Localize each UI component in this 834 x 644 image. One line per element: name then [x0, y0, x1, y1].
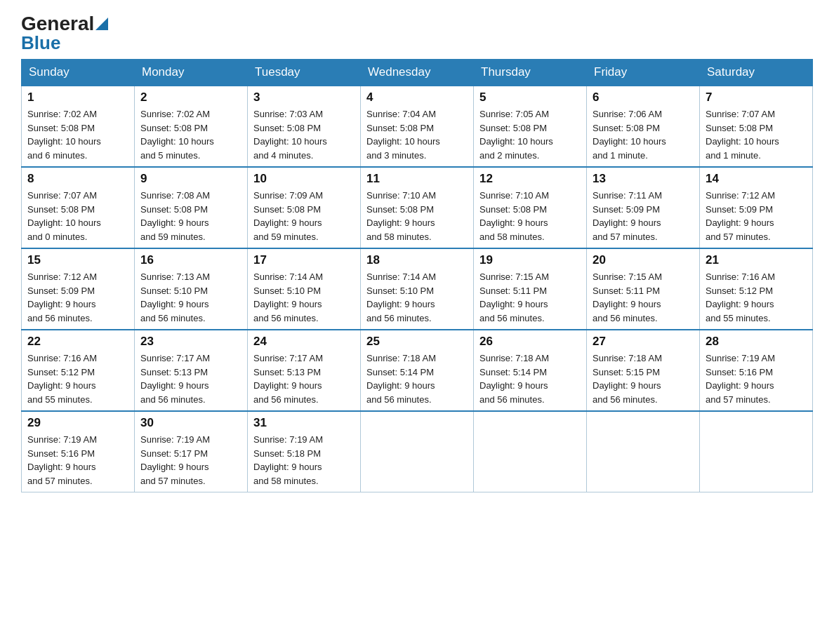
calendar-cell: 13 Sunrise: 7:11 AMSunset: 5:09 PMDaylig… — [587, 167, 700, 248]
calendar-cell: 28 Sunrise: 7:19 AMSunset: 5:16 PMDaylig… — [700, 330, 813, 411]
calendar-cell — [700, 411, 813, 492]
header-monday: Monday — [135, 60, 248, 86]
header-sunday: Sunday — [22, 60, 135, 86]
day-number: 11 — [366, 172, 468, 186]
day-number: 25 — [366, 335, 468, 349]
day-number: 8 — [27, 172, 128, 186]
day-number: 13 — [593, 172, 694, 186]
day-number: 7 — [706, 90, 807, 105]
calendar-cell: 24 Sunrise: 7:17 AMSunset: 5:13 PMDaylig… — [248, 330, 361, 411]
day-number: 6 — [593, 90, 694, 105]
day-info: Sunrise: 7:11 AMSunset: 5:09 PMDaylight:… — [593, 190, 662, 242]
day-number: 9 — [140, 172, 241, 186]
day-info: Sunrise: 7:07 AMSunset: 5:08 PMDaylight:… — [27, 190, 101, 242]
header-wednesday: Wednesday — [361, 60, 474, 86]
day-info: Sunrise: 7:12 AMSunset: 5:09 PMDaylight:… — [27, 271, 97, 323]
day-number: 12 — [479, 172, 581, 186]
week-row-1: 1 Sunrise: 7:02 AMSunset: 5:08 PMDayligh… — [22, 86, 813, 167]
day-info: Sunrise: 7:08 AMSunset: 5:08 PMDaylight:… — [140, 190, 210, 242]
day-number: 14 — [706, 172, 807, 186]
day-number: 18 — [366, 253, 468, 267]
day-number: 4 — [366, 90, 468, 105]
calendar-cell: 31 Sunrise: 7:19 AMSunset: 5:18 PMDaylig… — [248, 411, 361, 492]
calendar-cell: 8 Sunrise: 7:07 AMSunset: 5:08 PMDayligh… — [22, 167, 135, 248]
day-info: Sunrise: 7:18 AMSunset: 5:14 PMDaylight:… — [366, 353, 436, 405]
day-info: Sunrise: 7:02 AMSunset: 5:08 PMDaylight:… — [27, 109, 101, 161]
day-info: Sunrise: 7:16 AMSunset: 5:12 PMDaylight:… — [27, 353, 97, 405]
day-info: Sunrise: 7:17 AMSunset: 5:13 PMDaylight:… — [253, 353, 323, 405]
calendar-cell: 19 Sunrise: 7:15 AMSunset: 5:11 PMDaylig… — [474, 248, 587, 330]
day-number: 30 — [140, 416, 241, 430]
day-info: Sunrise: 7:13 AMSunset: 5:10 PMDaylight:… — [140, 271, 210, 323]
header-friday: Friday — [587, 60, 700, 86]
header-thursday: Thursday — [474, 60, 587, 86]
day-number: 27 — [593, 335, 694, 349]
header-saturday: Saturday — [700, 60, 813, 86]
calendar-cell: 17 Sunrise: 7:14 AMSunset: 5:10 PMDaylig… — [248, 248, 361, 330]
calendar-cell: 20 Sunrise: 7:15 AMSunset: 5:11 PMDaylig… — [587, 248, 700, 330]
logo-blue: Blue — [21, 34, 60, 52]
day-number: 26 — [479, 335, 581, 349]
day-number: 1 — [27, 90, 128, 105]
calendar-cell: 16 Sunrise: 7:13 AMSunset: 5:10 PMDaylig… — [135, 248, 248, 330]
day-number: 21 — [706, 253, 807, 267]
day-number: 15 — [27, 253, 128, 267]
day-info: Sunrise: 7:17 AMSunset: 5:13 PMDaylight:… — [140, 353, 210, 405]
day-info: Sunrise: 7:18 AMSunset: 5:14 PMDaylight:… — [479, 353, 549, 405]
week-row-3: 15 Sunrise: 7:12 AMSunset: 5:09 PMDaylig… — [22, 248, 813, 330]
day-number: 19 — [479, 253, 581, 267]
calendar-cell: 30 Sunrise: 7:19 AMSunset: 5:17 PMDaylig… — [135, 411, 248, 492]
day-number: 28 — [706, 335, 807, 349]
calendar-cell: 10 Sunrise: 7:09 AMSunset: 5:08 PMDaylig… — [248, 167, 361, 248]
calendar-cell: 5 Sunrise: 7:05 AMSunset: 5:08 PMDayligh… — [474, 86, 587, 167]
day-info: Sunrise: 7:06 AMSunset: 5:08 PMDaylight:… — [593, 109, 666, 161]
day-info: Sunrise: 7:15 AMSunset: 5:11 PMDaylight:… — [479, 271, 549, 323]
day-info: Sunrise: 7:19 AMSunset: 5:17 PMDaylight:… — [140, 434, 210, 486]
day-number: 10 — [253, 172, 355, 186]
day-info: Sunrise: 7:05 AMSunset: 5:08 PMDaylight:… — [479, 109, 553, 161]
week-row-4: 22 Sunrise: 7:16 AMSunset: 5:12 PMDaylig… — [22, 330, 813, 411]
calendar-cell: 4 Sunrise: 7:04 AMSunset: 5:08 PMDayligh… — [361, 86, 474, 167]
calendar-cell: 14 Sunrise: 7:12 AMSunset: 5:09 PMDaylig… — [700, 167, 813, 248]
calendar-cell: 26 Sunrise: 7:18 AMSunset: 5:14 PMDaylig… — [474, 330, 587, 411]
day-info: Sunrise: 7:07 AMSunset: 5:08 PMDaylight:… — [706, 109, 779, 161]
calendar-cell — [361, 411, 474, 492]
day-info: Sunrise: 7:09 AMSunset: 5:08 PMDaylight:… — [253, 190, 323, 242]
logo-triangle-icon — [95, 18, 108, 30]
day-info: Sunrise: 7:03 AMSunset: 5:08 PMDaylight:… — [253, 109, 327, 161]
calendar-cell — [587, 411, 700, 492]
day-number: 23 — [140, 335, 241, 349]
calendar-cell: 3 Sunrise: 7:03 AMSunset: 5:08 PMDayligh… — [248, 86, 361, 167]
calendar-cell — [474, 411, 587, 492]
day-number: 3 — [253, 90, 355, 105]
page-header: General Blue — [21, 14, 813, 52]
day-number: 20 — [593, 253, 694, 267]
day-number: 29 — [27, 416, 128, 430]
day-info: Sunrise: 7:12 AMSunset: 5:09 PMDaylight:… — [706, 190, 775, 242]
header-tuesday: Tuesday — [248, 60, 361, 86]
day-number: 31 — [253, 416, 355, 430]
day-number: 24 — [253, 335, 355, 349]
calendar-cell: 7 Sunrise: 7:07 AMSunset: 5:08 PMDayligh… — [700, 86, 813, 167]
calendar-cell: 1 Sunrise: 7:02 AMSunset: 5:08 PMDayligh… — [22, 86, 135, 167]
day-info: Sunrise: 7:14 AMSunset: 5:10 PMDaylight:… — [253, 271, 323, 323]
day-info: Sunrise: 7:10 AMSunset: 5:08 PMDaylight:… — [479, 190, 549, 242]
calendar-cell: 18 Sunrise: 7:14 AMSunset: 5:10 PMDaylig… — [361, 248, 474, 330]
day-info: Sunrise: 7:16 AMSunset: 5:12 PMDaylight:… — [706, 271, 775, 323]
day-info: Sunrise: 7:10 AMSunset: 5:08 PMDaylight:… — [366, 190, 436, 242]
calendar-cell: 12 Sunrise: 7:10 AMSunset: 5:08 PMDaylig… — [474, 167, 587, 248]
week-row-2: 8 Sunrise: 7:07 AMSunset: 5:08 PMDayligh… — [22, 167, 813, 248]
day-info: Sunrise: 7:19 AMSunset: 5:16 PMDaylight:… — [27, 434, 97, 486]
calendar-cell: 25 Sunrise: 7:18 AMSunset: 5:14 PMDaylig… — [361, 330, 474, 411]
day-number: 16 — [140, 253, 241, 267]
day-info: Sunrise: 7:04 AMSunset: 5:08 PMDaylight:… — [366, 109, 440, 161]
day-info: Sunrise: 7:15 AMSunset: 5:11 PMDaylight:… — [593, 271, 662, 323]
day-number: 2 — [140, 90, 241, 105]
day-info: Sunrise: 7:19 AMSunset: 5:18 PMDaylight:… — [253, 434, 323, 486]
calendar-cell: 11 Sunrise: 7:10 AMSunset: 5:08 PMDaylig… — [361, 167, 474, 248]
calendar-cell: 2 Sunrise: 7:02 AMSunset: 5:08 PMDayligh… — [135, 86, 248, 167]
calendar-cell: 15 Sunrise: 7:12 AMSunset: 5:09 PMDaylig… — [22, 248, 135, 330]
day-number: 5 — [479, 90, 581, 105]
day-info: Sunrise: 7:02 AMSunset: 5:08 PMDaylight:… — [140, 109, 214, 161]
calendar-cell: 21 Sunrise: 7:16 AMSunset: 5:12 PMDaylig… — [700, 248, 813, 330]
